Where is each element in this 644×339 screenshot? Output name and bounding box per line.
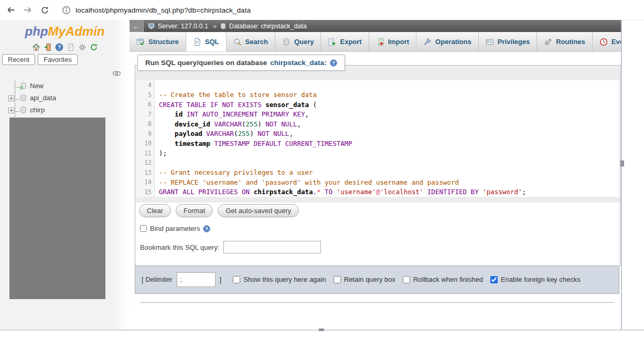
- option-label: Rollback when finished: [413, 276, 483, 283]
- structure-icon: [136, 38, 145, 46]
- tab-routines[interactable]: Routines: [537, 32, 593, 51]
- sql-code-editor[interactable]: 45-- Create the table to store sensor da…: [136, 66, 619, 203]
- docs-icon[interactable]: [67, 43, 75, 51]
- tab-sql[interactable]: SQL: [186, 32, 227, 51]
- sidebar-panel-tabs: RecentFavorites: [2, 54, 78, 65]
- line-number: 9: [136, 129, 155, 139]
- tab-import[interactable]: Import: [369, 32, 416, 51]
- breadcrumb-back-button[interactable]: ←: [130, 20, 144, 32]
- tab-label: SQL: [205, 38, 219, 46]
- tree-connector-stub: [15, 99, 19, 100]
- tab-operations[interactable]: Operations: [416, 32, 479, 51]
- navigation-sidebar: phpMyAdmin ? RecentFavorites Newapi_data…: [0, 20, 130, 330]
- rollback-when-finished-checkbox[interactable]: [403, 276, 410, 283]
- line-number: 12: [136, 158, 155, 168]
- sql-query-fieldset: 45-- Create the table to store sensor da…: [135, 65, 620, 266]
- browser-toolbar: localhost/phpmyadmin/db_sql.php?db=chirp…: [0, 0, 644, 20]
- address-bar[interactable]: localhost/phpmyadmin/db_sql.php?db=chirp…: [62, 6, 251, 15]
- home-icon[interactable]: [32, 43, 40, 51]
- import-icon: [376, 38, 384, 46]
- expander-plus-icon[interactable]: [8, 108, 14, 113]
- link-with-main-panel-icon[interactable]: [112, 70, 121, 77]
- bind-parameters-label: Bind parameters: [150, 225, 200, 232]
- delimiter-input[interactable]: [177, 272, 216, 287]
- line-number: 4: [136, 80, 155, 90]
- bottom-resize-handle[interactable]: [319, 329, 324, 331]
- tree-item-label: New: [30, 82, 44, 90]
- code-text: -- Create the table to store sensor data: [155, 91, 317, 99]
- sidebar-panel-recent[interactable]: Recent: [2, 54, 35, 65]
- tab-query[interactable]: Query: [275, 32, 321, 51]
- line-number: 8: [136, 119, 155, 129]
- code-line: 9 payload VARCHAR(255) NOT NULL,: [136, 129, 619, 139]
- browser-back-icon[interactable]: [5, 4, 17, 16]
- legend-database-link[interactable]: chirpstack_data: [270, 59, 324, 67]
- code-text: CREATE TABLE IF NOT EXISTS sensor_data (: [155, 101, 317, 109]
- tab-label: Import: [388, 38, 409, 46]
- bind-parameters-checkbox[interactable]: [140, 225, 147, 232]
- tab-label: Structure: [148, 38, 179, 46]
- legend-text: Run SQL query/queries on database: [145, 59, 267, 67]
- tab-events[interactable]: Events: [593, 32, 621, 51]
- tab-search[interactable]: Search: [227, 32, 275, 51]
- tab-label: Routines: [556, 38, 585, 46]
- refresh-icon[interactable]: [90, 43, 98, 51]
- bookmark-row: Bookmark this SQL query:: [140, 241, 321, 253]
- events-icon: [599, 38, 608, 46]
- code-text: GRANT ALL PRIVILEGES ON chirpstack_data.…: [155, 188, 526, 196]
- help-icon[interactable]: ?: [55, 43, 63, 51]
- tab-export[interactable]: Export: [321, 32, 369, 51]
- browser-reload-icon[interactable]: [39, 4, 50, 16]
- delimiter-label-open: [ Delimiter: [142, 276, 173, 283]
- expander-plus-icon[interactable]: [8, 96, 14, 101]
- line-number: 11: [136, 149, 155, 158]
- tree-item-new[interactable]: New: [19, 82, 44, 90]
- settings-icon[interactable]: [78, 43, 87, 51]
- get-auto-saved-query-button[interactable]: Get auto-saved query: [218, 204, 299, 217]
- tree-item-chirp[interactable]: chirp: [19, 106, 45, 114]
- tab-privileges[interactable]: Privileges: [479, 32, 537, 51]
- enable-foreign-key-checks-checkbox[interactable]: [490, 276, 498, 283]
- run-query-legend: Run SQL query/queries on database chirps…: [137, 55, 345, 71]
- privileges-icon: [486, 38, 494, 46]
- query-options-footer: [ Delimiter ] Show this query here again…: [135, 265, 619, 294]
- sidebar-panel-favorites[interactable]: Favorites: [38, 54, 77, 65]
- code-line: 11);: [136, 149, 619, 158]
- sql-icon: [193, 38, 201, 46]
- tree-connector-stub: [15, 111, 19, 112]
- format-button[interactable]: Format: [176, 204, 213, 217]
- browser-forward-icon[interactable]: [22, 4, 34, 16]
- retain-query-box-checkbox[interactable]: [334, 276, 341, 283]
- svg-text:?: ?: [206, 226, 208, 231]
- code-line: 14-- REPLACE 'username' and 'password' w…: [136, 177, 619, 187]
- line-number: 10: [136, 139, 155, 149]
- url-text[interactable]: localhost/phpmyadmin/db_sql.php?db=chirp…: [76, 6, 251, 14]
- code-line: 8 device_id VARCHAR(255) NOT NULL,: [136, 119, 619, 129]
- help-icon[interactable]: ?: [330, 59, 337, 67]
- breadcrumb-database[interactable]: Database: chirpstack_data: [220, 23, 307, 30]
- tab-label: Operations: [435, 38, 471, 46]
- code-line: 15GRANT ALL PRIVILEGES ON chirpstack_dat…: [136, 187, 619, 197]
- code-line: 12: [136, 158, 619, 168]
- enable-foreign-key-checks-option: Enable foreign key checks: [490, 276, 581, 283]
- operations-icon: [423, 38, 432, 46]
- tab-label: Privileges: [498, 38, 530, 46]
- breadcrumb-server-label: Server: 127.0.0.1: [158, 23, 208, 30]
- search-icon: [233, 38, 242, 46]
- exit-icon[interactable]: [44, 43, 52, 51]
- window-right-border: [621, 20, 622, 330]
- database-new-icon: [19, 82, 27, 90]
- page-info-icon[interactable]: [62, 6, 71, 15]
- routines-icon: [544, 38, 552, 46]
- tab-bar: StructureSQLSearchQueryExportImportOpera…: [130, 32, 621, 52]
- show-this-query-here-again-checkbox[interactable]: [233, 276, 240, 283]
- phpmyadmin-logo[interactable]: phpMyAdmin: [0, 24, 130, 39]
- code-lines: 45-- Create the table to store sensor da…: [136, 80, 619, 197]
- help-icon[interactable]: ?: [203, 225, 210, 232]
- clear-button[interactable]: Clear: [139, 204, 171, 217]
- tab-structure[interactable]: Structure: [130, 32, 186, 51]
- breadcrumb-server[interactable]: Server: 127.0.0.1: [148, 23, 208, 30]
- tree-item-api-data[interactable]: api_data: [19, 94, 56, 102]
- bookmark-input[interactable]: [223, 241, 321, 253]
- tree-item-label: api_data: [30, 94, 56, 102]
